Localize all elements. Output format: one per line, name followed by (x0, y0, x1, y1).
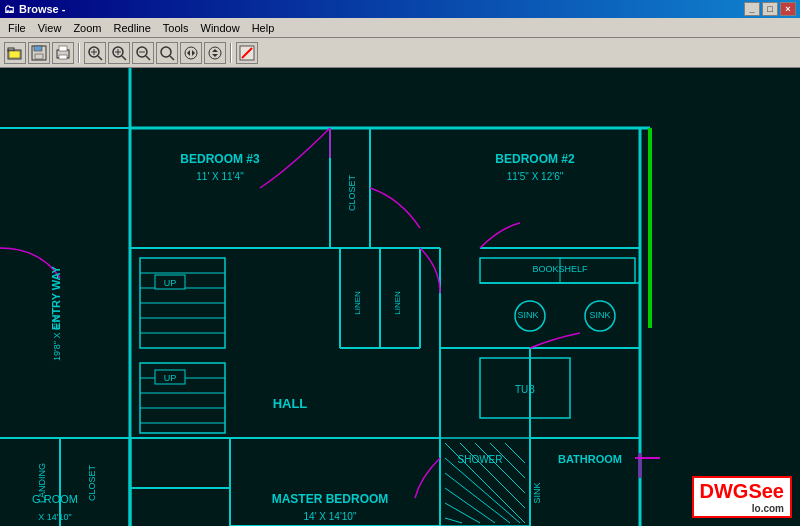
svg-text:BEDROOM #2: BEDROOM #2 (495, 152, 575, 166)
svg-text:UP: UP (164, 278, 177, 288)
svg-text:LINEN: LINEN (393, 291, 402, 315)
open-button[interactable] (4, 42, 26, 64)
title-bar-controls[interactable]: _ □ × (744, 2, 796, 16)
menu-help[interactable]: Help (246, 20, 281, 36)
svg-text:11'5" X 12'6": 11'5" X 12'6" (507, 171, 564, 182)
pan-right-button[interactable] (204, 42, 226, 64)
svg-text:BEDROOM #3: BEDROOM #3 (180, 152, 260, 166)
svg-point-20 (161, 47, 171, 57)
svg-point-25 (209, 47, 221, 59)
toolbar (0, 38, 800, 68)
title-bar-left: 🗂 Browse - (4, 3, 65, 15)
svg-text:11' X 11'4": 11' X 11'4" (196, 171, 244, 182)
floor-plan-svg: UP UP BEDROOM #3 11' X 11'4" BEDROOM #2 … (0, 68, 800, 526)
svg-line-21 (170, 56, 174, 60)
svg-rect-4 (34, 46, 42, 51)
watermark-subtext: lo.com (700, 503, 784, 514)
minimize-button[interactable]: _ (744, 2, 760, 16)
close-button[interactable]: × (780, 2, 796, 16)
menu-redline[interactable]: Redline (108, 20, 157, 36)
svg-marker-24 (192, 50, 195, 56)
save-button[interactable] (28, 42, 50, 64)
title-bar: 🗂 Browse - _ □ × (0, 0, 800, 18)
print-button[interactable] (52, 42, 74, 64)
svg-text:19'8" X 6'7": 19'8" X 6'7" (52, 315, 62, 361)
toolbar-sep-1 (78, 43, 80, 63)
menu-window[interactable]: Window (195, 20, 246, 36)
svg-marker-26 (212, 49, 218, 52)
watermark-text: DWGSee (700, 480, 784, 503)
svg-text:LINEN: LINEN (353, 291, 362, 315)
svg-text:CLOSET: CLOSET (87, 464, 97, 501)
svg-text:SINK: SINK (589, 310, 610, 320)
svg-text:X 14'10": X 14'10" (38, 512, 71, 522)
svg-rect-2 (9, 51, 20, 58)
menu-bar: File View Zoom Redline Tools Window Help (0, 18, 800, 38)
svg-text:UP: UP (164, 373, 177, 383)
svg-text:SHOWER: SHOWER (458, 454, 503, 465)
svg-text:14' X 14'10": 14' X 14'10" (304, 511, 357, 522)
svg-text:BATHROOM: BATHROOM (558, 453, 622, 465)
svg-text:MASTER BEDROOM: MASTER BEDROOM (272, 492, 389, 506)
zoom-in-button[interactable] (108, 42, 130, 64)
svg-marker-27 (212, 54, 218, 57)
app-icon: 🗂 (4, 3, 15, 15)
svg-text:G ROOM: G ROOM (32, 493, 78, 505)
zoom-fit-button[interactable] (156, 42, 178, 64)
watermark: DWGSee lo.com (692, 476, 792, 518)
menu-file[interactable]: File (2, 20, 32, 36)
svg-text:SINK: SINK (517, 310, 538, 320)
svg-line-10 (98, 56, 102, 60)
svg-rect-5 (35, 54, 43, 59)
svg-text:TUB: TUB (515, 384, 535, 395)
svg-line-14 (122, 56, 126, 60)
svg-point-22 (185, 47, 197, 59)
menu-zoom[interactable]: Zoom (67, 20, 107, 36)
toolbar-sep-2 (230, 43, 232, 63)
title-text: Browse - (19, 3, 65, 15)
canvas-area[interactable]: UP UP BEDROOM #3 11' X 11'4" BEDROOM #2 … (0, 68, 800, 526)
svg-text:HALL: HALL (273, 396, 308, 411)
svg-text:CLOSET: CLOSET (347, 174, 357, 211)
svg-line-18 (146, 56, 150, 60)
svg-text:SINK: SINK (532, 482, 542, 503)
zoom-window-button[interactable] (84, 42, 106, 64)
pan-left-button[interactable] (180, 42, 202, 64)
redline-button[interactable] (236, 42, 258, 64)
svg-text:BOOKSHELF: BOOKSHELF (532, 264, 588, 274)
zoom-out-button[interactable] (132, 42, 154, 64)
svg-rect-8 (59, 55, 67, 59)
menu-tools[interactable]: Tools (157, 20, 195, 36)
menu-view[interactable]: View (32, 20, 68, 36)
svg-rect-7 (59, 46, 67, 51)
svg-marker-23 (187, 50, 190, 56)
maximize-button[interactable]: □ (762, 2, 778, 16)
